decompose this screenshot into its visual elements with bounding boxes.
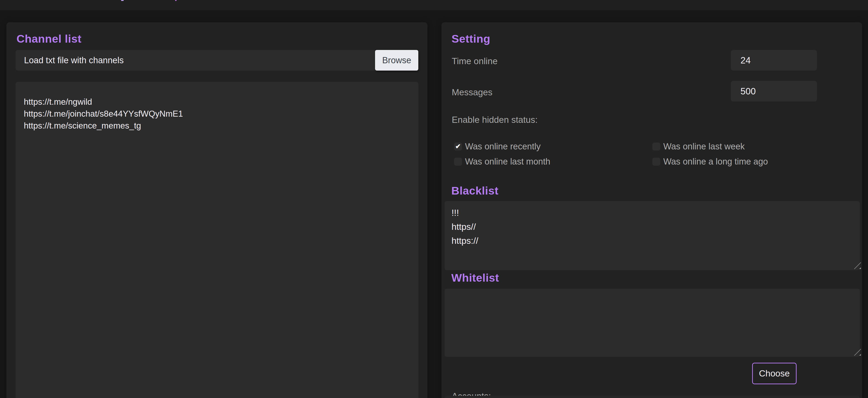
top-menu-bar xyxy=(0,0,868,10)
hidden-status-label: Enable hidden status: xyxy=(452,115,537,125)
setting-panel: Setting Time online Messages Enable hidd… xyxy=(441,22,862,398)
checkbox-was-online-recently[interactable]: ✔ Was online recently xyxy=(454,142,540,151)
load-channels-file-picker[interactable]: Load txt file with channels Browse xyxy=(16,50,418,70)
file-picker-text: Load txt file with channels xyxy=(24,50,124,70)
time-online-input[interactable] xyxy=(731,50,817,70)
cutoff-menu-text-fragment xyxy=(121,0,124,1)
blacklist-textarea[interactable]: !!! https// https:// xyxy=(445,201,860,270)
checkbox-checked-icon[interactable]: ✔ xyxy=(454,143,462,150)
channel-list-panel: Channel list Load txt file with channels… xyxy=(6,22,428,398)
channel-list-title: Channel list xyxy=(17,32,82,45)
choose-accounts-button[interactable]: Choose xyxy=(752,363,797,384)
browse-button[interactable]: Browse xyxy=(375,50,418,70)
checkbox-was-online-last-week[interactable]: Was online last week xyxy=(652,142,745,151)
messages-label: Messages xyxy=(452,87,493,97)
checkbox-was-online-last-month[interactable]: Was online last month xyxy=(454,157,550,167)
checkbox-unchecked-icon[interactable] xyxy=(652,143,660,150)
setting-title: Setting xyxy=(452,32,490,45)
cutoff-menu-text-fragment xyxy=(175,0,177,1)
whitelist-title: Whitelist xyxy=(451,272,499,283)
channels-textarea[interactable]: https://t.me/ngwild https://t.me/joincha… xyxy=(16,82,418,398)
whitelist-textarea[interactable] xyxy=(445,289,860,357)
checkbox-unchecked-icon[interactable] xyxy=(652,158,660,166)
messages-input[interactable] xyxy=(731,81,817,102)
checkbox-was-online-a-long-time-ago[interactable]: Was online a long time ago xyxy=(652,157,768,167)
checkbox-unchecked-icon[interactable] xyxy=(454,158,462,166)
accounts-list-cutoff xyxy=(445,396,860,398)
blacklist-title: Blacklist xyxy=(451,185,498,196)
time-online-label: Time online xyxy=(452,56,498,66)
